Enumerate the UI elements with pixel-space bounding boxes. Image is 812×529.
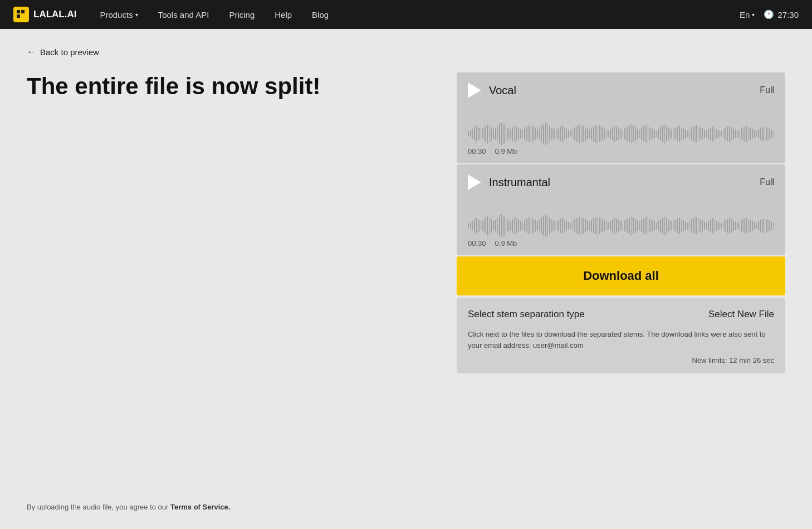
instrumental-duration: 00:30 <box>468 239 486 247</box>
info-card: Select stem separation type Select New F… <box>457 298 785 373</box>
vocal-track-header: Vocal Full <box>468 82 774 98</box>
svg-rect-1 <box>21 10 25 13</box>
nav-blog[interactable]: Blog <box>302 0 339 29</box>
left-panel: The entire file is now split! <box>27 72 430 100</box>
vocal-track-left: Vocal <box>468 82 516 98</box>
language-selector[interactable]: En ▾ <box>740 10 755 20</box>
new-limits-label: New limits: 12 min 26 sec <box>692 356 774 365</box>
stem-separation-label[interactable]: Select stem separation type <box>468 309 585 320</box>
svg-rect-2 <box>17 14 20 18</box>
download-all-button[interactable]: Download all <box>457 256 785 295</box>
back-to-preview-link[interactable]: ← Back to preview <box>27 47 785 57</box>
navbar: LALAL.AI Products ▾ Tools and API Pricin… <box>0 0 812 29</box>
instrumental-track-meta: 00:30 0.9 Mb <box>468 239 774 247</box>
logo[interactable]: LALAL.AI <box>13 7 76 22</box>
lang-chevron-icon: ▾ <box>752 12 755 18</box>
terms-of-service-link[interactable]: Terms of Service. <box>170 503 230 511</box>
timer-display: 🕐 27:30 <box>764 9 799 20</box>
vocal-duration: 00:30 <box>468 147 486 156</box>
info-description: Click next to the files to download the … <box>468 329 774 351</box>
info-card-header: Select stem separation type Select New F… <box>468 309 774 320</box>
clock-icon: 🕐 <box>764 9 774 20</box>
instrumental-waveform <box>468 212 774 239</box>
info-footer: New limits: 12 min 26 sec <box>468 356 774 365</box>
logo-text: LALAL.AI <box>33 9 76 20</box>
back-link-label: Back to preview <box>40 47 99 57</box>
vocal-track-meta: 00:30 0.9 Mb <box>468 147 774 156</box>
instrumental-play-button[interactable] <box>468 174 481 190</box>
vocal-size: 0.9 Mb <box>495 147 517 156</box>
nav-right: En ▾ 🕐 27:30 <box>740 9 799 20</box>
timer-value: 27:30 <box>777 10 799 20</box>
instrumental-track-header: Instrumantal Full <box>468 174 774 190</box>
select-new-file-button[interactable]: Select New File <box>708 309 774 320</box>
vocal-track-card: Vocal Full 00:30 0.9 Mb <box>457 72 785 163</box>
instrumental-track-card: Instrumantal Full 00:30 0.9 Mb <box>457 164 785 255</box>
vocal-track-quality: Full <box>760 85 774 95</box>
svg-rect-3 <box>21 14 25 18</box>
instrumental-track-name: Instrumantal <box>489 176 550 189</box>
nav-links: Products ▾ Tools and API Pricing Help Bl… <box>90 0 740 29</box>
footer-prefix: By uploading the audio file, you agree t… <box>27 503 170 511</box>
main-content: ← Back to preview The entire file is now… <box>0 29 812 529</box>
instrumental-size: 0.9 Mb <box>495 239 517 247</box>
products-chevron-icon: ▾ <box>135 12 138 18</box>
nav-tools[interactable]: Tools and API <box>148 0 219 29</box>
lang-label: En <box>740 10 750 20</box>
nav-help[interactable]: Help <box>265 0 302 29</box>
back-arrow-icon: ← <box>27 47 36 57</box>
content-row: The entire file is now split! Vocal Full… <box>27 72 785 373</box>
instrumental-track-quality: Full <box>760 177 774 187</box>
nav-products[interactable]: Products ▾ <box>90 0 148 29</box>
logo-icon <box>13 7 29 22</box>
vocal-track-name: Vocal <box>489 84 516 97</box>
svg-rect-0 <box>17 10 20 13</box>
page-title: The entire file is now split! <box>27 72 430 100</box>
vocal-waveform <box>468 120 774 147</box>
right-panel: Vocal Full 00:30 0.9 Mb Instrumantal <box>457 72 785 373</box>
footer-note: By uploading the audio file, you agree t… <box>27 485 785 511</box>
instrumental-track-left: Instrumantal <box>468 174 550 190</box>
vocal-play-button[interactable] <box>468 82 481 98</box>
nav-pricing[interactable]: Pricing <box>219 0 265 29</box>
